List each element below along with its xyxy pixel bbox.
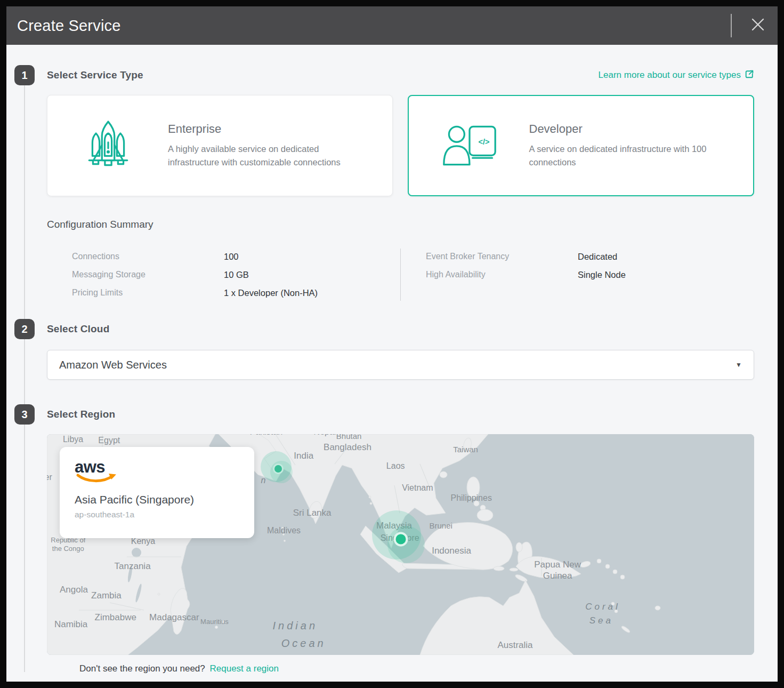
region-map[interactable]: aws Asia Pacific (Singapore) ap-southeas…	[47, 434, 754, 655]
summary-value: Single Node	[578, 270, 754, 280]
summary-label: High Availability	[426, 270, 578, 279]
step-3-title: Select Region	[47, 409, 115, 420]
region-question: Don't see the region you need?	[79, 663, 205, 674]
step-2-title: Select Cloud	[47, 323, 109, 335]
summary-row: High Availability Single Node	[401, 266, 754, 284]
developer-icon: </>	[441, 122, 498, 169]
step-3-badge: 3	[14, 404, 35, 425]
external-link-icon	[745, 69, 754, 82]
step-select-cloud: 2 Select Cloud Amazon Web Services ▼	[14, 319, 754, 380]
configuration-summary-title: Configuration Summary	[47, 219, 754, 230]
summary-row: Event Broker Tenancy Dedicated	[401, 247, 754, 266]
region-name: Asia Pacific (Singapore)	[75, 493, 239, 506]
summary-value: 1 x Developer (Non-HA)	[224, 288, 400, 298]
service-type-name: Developer	[529, 122, 738, 136]
rocket-icon	[79, 119, 137, 172]
dialog-body: 1 Select Service Type Learn more about o…	[6, 45, 778, 677]
summary-row: Connections 100	[47, 247, 400, 266]
service-type-name: Enterprise	[168, 122, 366, 136]
step-1-title: Select Service Type	[47, 69, 143, 81]
header-divider	[731, 14, 732, 37]
summary-value: Dedicated	[578, 252, 754, 262]
summary-value: 10 GB	[224, 270, 400, 280]
configuration-summary: Connections 100 Messaging Storage 10 GB …	[47, 247, 754, 302]
service-type-card-developer[interactable]: </> Developer A service on dedicated inf…	[408, 95, 755, 196]
step-select-region: 3 Select Region	[14, 404, 754, 674]
create-service-dialog: Create Service 1 Select Service Type Lea…	[6, 6, 778, 682]
summary-row: Messaging Storage 10 GB	[47, 266, 400, 284]
svg-text:</>: </>	[478, 138, 489, 146]
service-type-card-enterprise[interactable]: Enterprise A highly available service on…	[47, 95, 393, 196]
summary-label: Event Broker Tenancy	[426, 252, 578, 261]
summary-label: Connections	[72, 252, 224, 261]
step-2-badge: 2	[14, 319, 35, 339]
learn-more-link[interactable]: Learn more about our service types	[599, 69, 754, 82]
dialog-header: Create Service	[6, 6, 778, 45]
region-tooltip-card[interactable]: aws Asia Pacific (Singapore) ap-southeas…	[60, 447, 254, 538]
region-footer-note: Don't see the region you need? Request a…	[79, 663, 754, 674]
region-availability-zone: ap-southeast-1a	[75, 510, 239, 519]
step-1-badge: 1	[14, 65, 35, 85]
summary-value: 100	[224, 252, 400, 262]
summary-label: Messaging Storage	[72, 270, 224, 279]
summary-label: Pricing Limits	[72, 288, 224, 298]
chevron-down-icon: ▼	[735, 361, 742, 369]
cloud-select-value: Amazon Web Services	[59, 359, 735, 371]
dialog-title: Create Service	[17, 17, 731, 35]
service-type-description: A service on dedicated infrastructure wi…	[529, 142, 738, 169]
service-type-description: A highly available service on dedicated …	[168, 142, 366, 169]
step-select-service-type: 1 Select Service Type Learn more about o…	[14, 65, 754, 302]
aws-smile-icon	[76, 473, 239, 487]
learn-more-label: Learn more about our service types	[599, 70, 741, 81]
request-region-link[interactable]: Request a region	[210, 663, 279, 674]
close-icon	[750, 17, 765, 34]
cloud-select[interactable]: Amazon Web Services ▼	[47, 350, 754, 380]
summary-row: Pricing Limits 1 x Developer (Non-HA)	[47, 284, 400, 302]
close-button[interactable]	[746, 13, 770, 38]
